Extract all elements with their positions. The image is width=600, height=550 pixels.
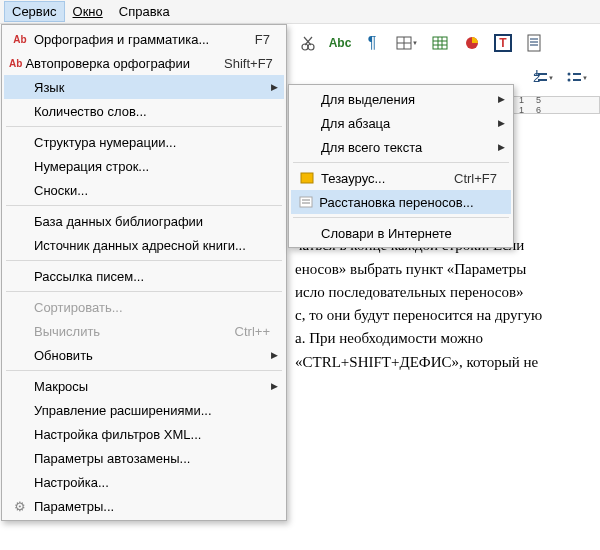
menuitem-label: Сортировать... — [34, 300, 270, 315]
textbox-icon[interactable]: T — [494, 34, 512, 52]
menuitem-mailmerge[interactable]: Рассылка писем... — [4, 264, 284, 288]
chart-icon[interactable] — [462, 33, 482, 53]
submenu-arrow-icon: ▶ — [270, 82, 278, 92]
gear-icon: ⚙ — [8, 499, 32, 514]
menu-label: Справка — [119, 4, 170, 19]
spellcheck-icon[interactable]: Abc — [330, 33, 350, 53]
menuitem-macros[interactable]: Макросы ▶ — [4, 374, 284, 398]
submenu-arrow-icon: ▶ — [270, 381, 278, 391]
menuitem-language[interactable]: Язык ▶ — [4, 75, 284, 99]
bullet-list-icon — [564, 68, 584, 88]
menuitem-wordcount[interactable]: Количество слов... — [4, 99, 284, 123]
menu-label: Окно — [73, 4, 103, 19]
toolbar-row-2: 12▼ ▼ — [530, 64, 600, 92]
separator — [6, 205, 282, 206]
menuitem-autocorr[interactable]: Параметры автозамены... — [4, 446, 284, 470]
thesaurus-icon — [295, 171, 319, 185]
menuitem-shortcut: F7 — [245, 32, 270, 47]
svg-rect-26 — [300, 197, 312, 207]
menuitem-hyphenation[interactable]: Расстановка переносов... — [291, 190, 511, 214]
svg-rect-13 — [528, 35, 540, 51]
svg-point-23 — [567, 79, 570, 82]
menu-service[interactable]: Сервис — [4, 1, 65, 22]
svg-text:2: 2 — [533, 70, 540, 85]
menu-label: Сервис — [12, 4, 57, 19]
menuitem-label: Язык — [34, 80, 270, 95]
svg-rect-25 — [301, 173, 313, 183]
menuitem-label: Обновить — [34, 348, 270, 363]
menuitem-label: Для выделения — [321, 92, 497, 107]
menuitem-label: Рассылка писем... — [34, 269, 270, 284]
menu-help[interactable]: Справка — [111, 1, 178, 22]
separator — [6, 260, 282, 261]
menuitem-label: Управление расширениями... — [34, 403, 270, 418]
menuitem-bibdb[interactable]: База данных библиографии — [4, 209, 284, 233]
menuitem-thesaurus[interactable]: Тезаурус... Ctrl+F7 — [291, 166, 511, 190]
menuitem-for-selection[interactable]: Для выделения ▶ — [291, 87, 511, 111]
menuitem-label: Параметры автозамены... — [34, 451, 270, 466]
list-numbered-button[interactable]: 12▼ — [530, 68, 554, 88]
menuitem-label: Тезаурус... — [321, 171, 444, 186]
svg-point-21 — [567, 73, 570, 76]
menuitem-spellgrammar[interactable]: Ab Орфография и грамматика... F7 — [4, 27, 284, 51]
menuitem-refresh[interactable]: Обновить ▶ — [4, 343, 284, 367]
menuitem-for-paragraph[interactable]: Для абзаца ▶ — [291, 111, 511, 135]
menuitem-for-all[interactable]: Для всего текста ▶ — [291, 135, 511, 159]
insert-table-button[interactable]: ▼ — [394, 33, 418, 53]
spellcheck-red-icon: Ab — [8, 34, 32, 45]
menuitem-xmlfilter[interactable]: Настройка фильтров XML... — [4, 422, 284, 446]
submenu-arrow-icon: ▶ — [270, 350, 278, 360]
menuitem-label: Источник данных адресной книги... — [34, 238, 270, 253]
menuitem-label: Автопроверка орфографии — [25, 56, 214, 71]
separator — [293, 162, 509, 163]
menuitem-sort: Сортировать... — [4, 295, 284, 319]
list-bullet-button[interactable]: ▼ — [564, 68, 588, 88]
separator — [6, 126, 282, 127]
hyphenation-icon — [295, 195, 317, 209]
pilcrow-icon[interactable]: ¶ — [362, 33, 382, 53]
menuitem-extmgr[interactable]: Управление расширениями... — [4, 398, 284, 422]
menuitem-label: База данных библиографии — [34, 214, 270, 229]
menuitem-label: Настройка... — [34, 475, 270, 490]
menuitem-label: Для абзаца — [321, 116, 497, 131]
page-icon[interactable] — [524, 33, 544, 53]
service-dropdown-menu: Ab Орфография и грамматика... F7 Ab Авто… — [1, 24, 287, 521]
menu-window[interactable]: Окно — [65, 1, 111, 22]
menuitem-label: Нумерация строк... — [34, 159, 270, 174]
separator — [6, 291, 282, 292]
menubar: Сервис Окно Справка — [0, 0, 600, 24]
spellcheck-auto-icon: Ab — [8, 58, 23, 69]
menuitem-label: Структура нумерации... — [34, 135, 270, 150]
menuitem-customize[interactable]: Настройка... — [4, 470, 284, 494]
menuitem-label: Настройка фильтров XML... — [34, 427, 270, 442]
menuitem-label: Словари в Интернете — [321, 226, 497, 241]
menuitem-footnotes[interactable]: Сноски... — [4, 178, 284, 202]
separator — [293, 217, 509, 218]
ruler: 15 16 — [508, 96, 600, 114]
menuitem-autospell[interactable]: Ab Автопроверка орфографии Shift+F7 — [4, 51, 284, 75]
menuitem-numbering[interactable]: Структура нумерации... — [4, 130, 284, 154]
numbered-list-icon: 12 — [530, 68, 550, 88]
menuitem-label: Орфография и грамматика... — [34, 32, 245, 47]
menuitem-options[interactable]: ⚙ Параметры... — [4, 494, 284, 518]
menuitem-linenum[interactable]: Нумерация строк... — [4, 154, 284, 178]
submenu-arrow-icon: ▶ — [497, 142, 505, 152]
spreadsheet-icon[interactable] — [430, 33, 450, 53]
menuitem-shortcut: Ctrl++ — [225, 324, 270, 339]
submenu-arrow-icon: ▶ — [497, 94, 505, 104]
svg-rect-7 — [433, 37, 447, 49]
menuitem-calc: Вычислить Ctrl++ — [4, 319, 284, 343]
cut-icon[interactable] — [298, 33, 318, 53]
menuitem-label: Расстановка переносов... — [319, 195, 497, 210]
table-icon — [394, 33, 414, 53]
menuitem-addrbook[interactable]: Источник данных адресной книги... — [4, 233, 284, 257]
menuitem-dictionaries[interactable]: Словари в Интернете — [291, 221, 511, 245]
menuitem-shortcut: Ctrl+F7 — [444, 171, 497, 186]
menuitem-label: Макросы — [34, 379, 270, 394]
menuitem-label: Сноски... — [34, 183, 270, 198]
separator — [6, 370, 282, 371]
menuitem-shortcut: Shift+F7 — [214, 56, 273, 71]
menuitem-label: Для всего текста — [321, 140, 497, 155]
menuitem-label: Количество слов... — [34, 104, 270, 119]
menuitem-label: Вычислить — [34, 324, 225, 339]
